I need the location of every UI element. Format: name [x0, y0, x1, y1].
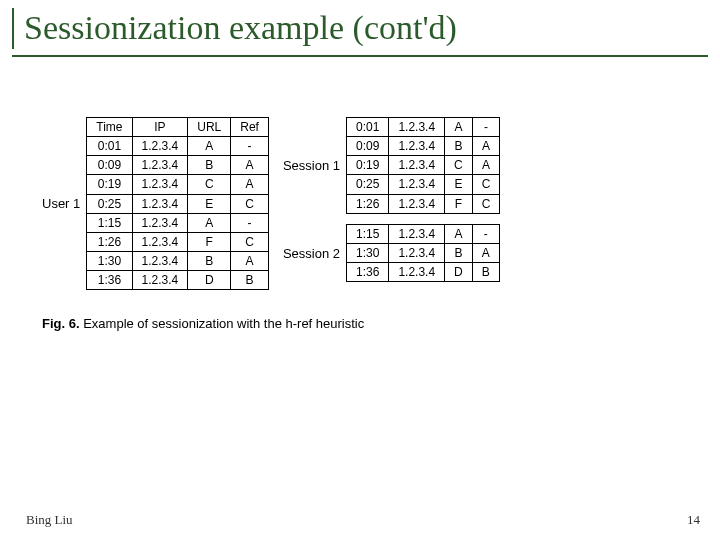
session-table: 0:011.2.3.4A- 0:091.2.3.4BA 0:191.2.3.4C…: [346, 117, 500, 214]
caption-text: Example of sessionization with the h-ref…: [80, 316, 365, 331]
table-row: 1:151.2.3.4A-: [87, 213, 269, 232]
footer-author: Bing Liu: [26, 512, 73, 528]
slide-title: Sessionization example (cont'd): [12, 8, 708, 49]
user-table: Time IP URL Ref 0:011.2.3.4A- 0:091.2.3.…: [86, 117, 269, 291]
tables-layout: User 1 Time IP URL Ref 0:011.2.3.4A- 0:0…: [42, 117, 678, 291]
session-block: Session 1 0:011.2.3.4A- 0:091.2.3.4BA 0:…: [283, 117, 501, 214]
table-row: 0:251.2.3.4EC: [87, 194, 269, 213]
table-row: 1:361.2.3.4DB: [87, 271, 269, 290]
table-row: 1:261.2.3.4FC: [347, 194, 500, 213]
session-label: Session 1: [283, 158, 340, 173]
figure-caption: Fig. 6. Example of sessionization with t…: [42, 316, 678, 331]
table-row: 0:251.2.3.4EC: [347, 175, 500, 194]
title-container: Sessionization example (cont'd): [12, 8, 708, 57]
user-label: User 1: [42, 196, 80, 211]
table-row: 1:301.2.3.4BA: [87, 252, 269, 271]
sessions-column: Session 1 0:011.2.3.4A- 0:091.2.3.4BA 0:…: [283, 117, 501, 283]
table-row: 0:011.2.3.4A-: [347, 117, 500, 136]
table-row: 0:091.2.3.4BA: [87, 156, 269, 175]
col-ip: IP: [132, 117, 188, 136]
table-row: 0:091.2.3.4BA: [347, 136, 500, 155]
session-table: 1:151.2.3.4A- 1:301.2.3.4BA 1:361.2.3.4D…: [346, 224, 500, 283]
col-url: URL: [188, 117, 231, 136]
session-block: Session 2 1:151.2.3.4A- 1:301.2.3.4BA 1:…: [283, 224, 501, 283]
table-row: 1:301.2.3.4BA: [347, 243, 500, 262]
table-header-row: Time IP URL Ref: [87, 117, 269, 136]
slide-content: User 1 Time IP URL Ref 0:011.2.3.4A- 0:0…: [12, 77, 708, 332]
table-row: 1:151.2.3.4A-: [347, 224, 500, 243]
slide: Sessionization example (cont'd) User 1 T…: [0, 0, 720, 540]
caption-label: Fig. 6.: [42, 316, 80, 331]
col-time: Time: [87, 117, 132, 136]
table-row: 0:191.2.3.4CA: [87, 175, 269, 194]
col-ref: Ref: [231, 117, 269, 136]
user-column: User 1 Time IP URL Ref 0:011.2.3.4A- 0:0…: [42, 117, 269, 291]
table-row: 0:191.2.3.4CA: [347, 156, 500, 175]
footer-page-number: 14: [687, 512, 700, 528]
table-row: 1:361.2.3.4DB: [347, 263, 500, 282]
session-label: Session 2: [283, 246, 340, 261]
table-row: 0:011.2.3.4A-: [87, 136, 269, 155]
table-row: 1:261.2.3.4FC: [87, 232, 269, 251]
